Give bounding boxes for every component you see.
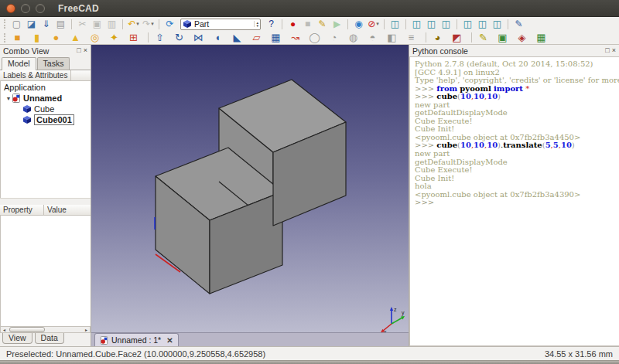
scroll-right-icon[interactable]: ▸ bbox=[83, 327, 90, 332]
tree-item-cube001[interactable]: Cube001 bbox=[1, 114, 91, 125]
whats-this-button[interactable]: ? bbox=[264, 18, 279, 30]
float-panel-icon[interactable]: □ bbox=[605, 47, 609, 54]
tab-model[interactable]: Model bbox=[2, 57, 36, 70]
defeaturing-edit-button[interactable]: ✎ bbox=[475, 32, 491, 44]
refresh-button[interactable]: ⟳ bbox=[162, 18, 177, 30]
part-sphere-button[interactable]: ● bbox=[48, 32, 64, 44]
defeaturing-edit-icon: ✎ bbox=[479, 32, 487, 44]
toolbar-handle[interactable] bbox=[4, 33, 7, 43]
property-editor bbox=[0, 216, 91, 326]
defeaturing-view-button[interactable]: ▦ bbox=[533, 32, 549, 44]
horizontal-scrollbar[interactable]: ◂ ▸ bbox=[0, 326, 91, 333]
toolbar-separator bbox=[122, 19, 123, 29]
tab-tasks[interactable]: Tasks bbox=[37, 57, 70, 70]
cross-sections-button[interactable]: ≡ bbox=[403, 32, 419, 44]
macro-play-icon: ▶ bbox=[333, 18, 340, 30]
scroll-left-icon[interactable]: ◂ bbox=[1, 327, 8, 332]
part-primitives-icon: ✦ bbox=[110, 32, 118, 44]
boolean-union-button[interactable]: ◍ bbox=[345, 32, 361, 44]
value-column-header[interactable]: Value bbox=[44, 205, 91, 215]
part-offset-button[interactable]: ◯ bbox=[306, 32, 323, 44]
check-geometry-button[interactable]: ◕ bbox=[429, 32, 446, 44]
close-tab-icon[interactable]: ✕ bbox=[166, 336, 173, 345]
part-ruled-surface-button[interactable]: ▱ bbox=[248, 32, 265, 44]
draw-style-button[interactable]: ⊘▾ bbox=[366, 18, 381, 30]
close-panel-icon[interactable]: × bbox=[84, 47, 87, 54]
expander-icon[interactable]: ▼ bbox=[5, 96, 12, 101]
defeaturing-fill-button[interactable]: ◈ bbox=[514, 32, 530, 44]
panel-splitter[interactable] bbox=[0, 198, 91, 205]
cut-button[interactable]: ✂ bbox=[75, 18, 90, 30]
part-extrude-button[interactable]: ⇧ bbox=[152, 32, 168, 44]
part-cone-icon: ▲ bbox=[70, 32, 80, 44]
tree-item-cube[interactable]: Cube bbox=[1, 104, 91, 114]
dropdown-arrow-icon[interactable]: ▾ bbox=[136, 21, 139, 27]
minimize-window-button[interactable] bbox=[21, 4, 30, 13]
part-box-icon: ■ bbox=[15, 32, 21, 44]
tab-view[interactable]: View bbox=[2, 333, 32, 344]
part-shape-builder-button[interactable]: ⊞ bbox=[125, 32, 142, 44]
part-torus-button[interactable]: ◎ bbox=[87, 32, 103, 44]
part-sweep-button[interactable]: ↝ bbox=[287, 32, 303, 44]
part-box-button[interactable]: ■ bbox=[9, 32, 26, 44]
3d-viewport[interactable]: z y x Unnamed : 1* ✕ bbox=[91, 45, 409, 346]
refine-shape-button[interactable]: ◩ bbox=[449, 32, 465, 44]
float-panel-icon[interactable]: □ bbox=[77, 47, 80, 54]
redo-button[interactable]: ↷▾ bbox=[141, 18, 156, 30]
part-sweep-icon: ↝ bbox=[291, 32, 299, 44]
part-mirror-button[interactable]: ⋈ bbox=[190, 32, 207, 44]
tab-data[interactable]: Data bbox=[35, 333, 64, 344]
part-primitives-button[interactable]: ✦ bbox=[106, 32, 122, 44]
boolean-common-button[interactable]: ◓ bbox=[364, 32, 381, 44]
view-left-button[interactable]: ◫ bbox=[490, 18, 504, 30]
scrollbar-thumb[interactable] bbox=[9, 327, 45, 332]
boolean-cut-button[interactable]: ◧ bbox=[384, 32, 400, 44]
view-axonometric-button[interactable]: ◫ bbox=[388, 18, 402, 30]
view-front-button[interactable]: ◫ bbox=[409, 18, 424, 30]
dropdown-arrow-icon[interactable]: ▾ bbox=[151, 21, 154, 27]
zoom-fit-all-button[interactable]: ◉ bbox=[351, 18, 366, 30]
undo-button[interactable]: ↶▾ bbox=[126, 18, 141, 30]
dropdown-arrow-icon[interactable]: ▾ bbox=[376, 21, 379, 27]
macro-stop-button[interactable]: ■ bbox=[300, 18, 315, 30]
measure-linear-button[interactable]: ✎ bbox=[511, 18, 526, 30]
part-loft-button[interactable]: ▦ bbox=[268, 32, 284, 44]
part-cylinder-button[interactable]: ▮ bbox=[29, 32, 45, 44]
macro-play-button[interactable]: ▶ bbox=[330, 18, 344, 30]
close-window-button[interactable] bbox=[6, 4, 15, 13]
check-geometry-icon: ◕ bbox=[435, 32, 441, 44]
labels-attributes-header[interactable]: Labels & Attributes bbox=[0, 70, 71, 80]
3d-canvas[interactable]: z y x bbox=[91, 45, 409, 332]
macro-edit-button[interactable]: ✎ bbox=[315, 18, 330, 30]
rename-edit-field[interactable]: Cube001 bbox=[34, 114, 74, 125]
workbench-spinner[interactable]: ▴▾ bbox=[254, 21, 258, 27]
property-column-header[interactable]: Property bbox=[0, 205, 44, 215]
view-bottom-button[interactable]: ◫ bbox=[475, 18, 490, 30]
print-button[interactable]: ▤ bbox=[53, 18, 68, 30]
tree-item-application[interactable]: Application bbox=[1, 82, 91, 93]
part-thickness-button[interactable]: ◔ bbox=[326, 32, 342, 44]
tree-item-document[interactable]: ▼ Unnamed bbox=[1, 93, 91, 104]
defeaturing-remove-button[interactable]: ▣ bbox=[494, 32, 511, 44]
part-cone-button[interactable]: ▲ bbox=[67, 32, 84, 44]
part-chamfer-button[interactable]: ◣ bbox=[229, 32, 245, 44]
maximize-window-button[interactable] bbox=[36, 4, 45, 13]
toolbar-handle[interactable] bbox=[4, 19, 7, 29]
paste-button[interactable]: ▥ bbox=[104, 18, 119, 30]
part-fillet-button[interactable]: ◖ bbox=[210, 32, 226, 44]
part-revolve-button[interactable]: ↻ bbox=[171, 32, 187, 44]
view-rear-button[interactable]: ◫ bbox=[460, 18, 475, 30]
copy-button[interactable]: ▣ bbox=[90, 18, 104, 30]
open-file-button[interactable]: ◪ bbox=[24, 18, 39, 30]
new-file-button[interactable]: ▢ bbox=[9, 18, 24, 30]
document-tab[interactable]: Unnamed : 1* ✕ bbox=[94, 333, 179, 346]
view-right-button[interactable]: ◫ bbox=[439, 18, 453, 30]
python-console-output[interactable]: Python 2.7.8 (default, Oct 20 2014, 15:0… bbox=[409, 56, 619, 346]
view-top-button[interactable]: ◫ bbox=[424, 18, 439, 30]
save-button[interactable]: ⇓ bbox=[39, 18, 53, 30]
workbench-selector[interactable]: Part ▴▾ bbox=[180, 19, 261, 30]
console-line: <pyooml.cube object at 0x7fb2fb3a4390> bbox=[415, 191, 619, 199]
defeaturing-fill-icon: ◈ bbox=[518, 32, 526, 44]
macro-record-button[interactable]: ● bbox=[286, 18, 300, 30]
close-panel-icon[interactable]: × bbox=[612, 47, 616, 54]
